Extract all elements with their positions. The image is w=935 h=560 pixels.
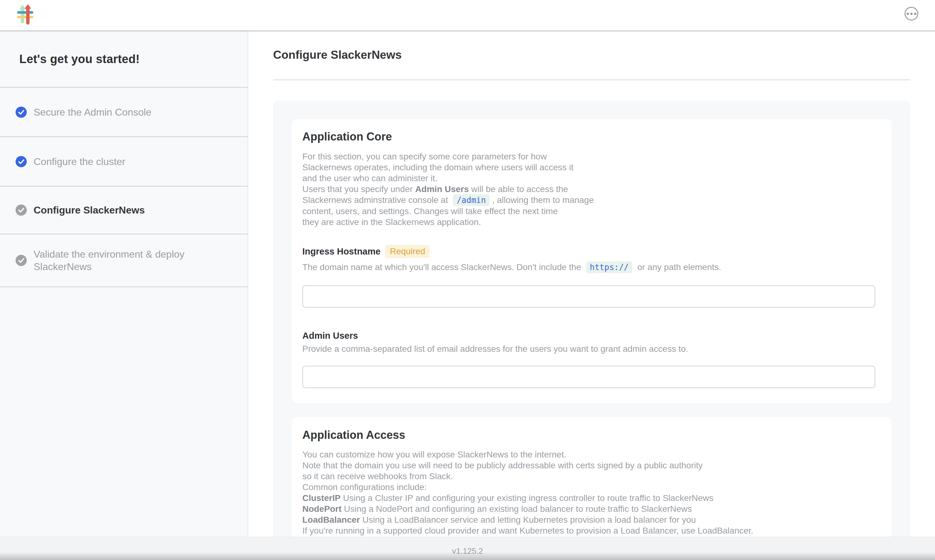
page-title: Configure SlackerNews	[273, 48, 401, 62]
sidebar-step-configure-slackernews[interactable]: Configure SlackerNews	[0, 186, 248, 234]
check-complete-icon	[15, 156, 27, 167]
sidebar-step-configure-cluster[interactable]: Configure the cluster	[0, 137, 248, 186]
ingress-hostname-field: Ingress Hostname Required The domain nam…	[302, 245, 881, 308]
top-bar	[0, 0, 935, 31]
overflow-menu-button[interactable]	[904, 7, 918, 20]
ingress-hostname-input[interactable]	[302, 285, 875, 308]
field-help: The domain name at which you'll access S…	[302, 261, 881, 274]
ellipsis-dot	[910, 13, 913, 15]
application-access-card: Application Access You can customize how…	[292, 417, 892, 537]
card-description: You can customize how you will expose Sl…	[302, 449, 881, 536]
config-panel: Application Core For this section, you c…	[273, 100, 910, 537]
title-divider	[273, 80, 910, 80]
app-window: Let's get you started! Secure the Admin …	[0, 0, 935, 560]
ellipsis-dot	[907, 13, 909, 15]
step-label: Secure the Admin Console	[34, 106, 151, 118]
admin-users-input[interactable]	[302, 366, 875, 388]
admin-users-field: Admin Users Provide a comma-separated li…	[302, 331, 881, 388]
check-complete-icon	[15, 106, 27, 118]
field-label: Admin Users	[302, 331, 358, 341]
card-title: Application Core	[302, 130, 881, 143]
step-label: Configure SlackerNews	[34, 204, 145, 216]
field-label: Ingress Hostname	[302, 246, 380, 257]
sidebar-step-validate-deploy[interactable]: Validate the environment & deploy Slacke…	[0, 234, 248, 287]
version-label: v1.125.2	[452, 546, 483, 555]
sidebar-step-secure-admin-console[interactable]: Secure the Admin Console	[0, 88, 248, 137]
step-label: Configure the cluster	[34, 155, 125, 168]
slackernews-logo-icon	[17, 5, 33, 25]
field-help: Provide a comma-separated list of email …	[302, 344, 881, 354]
card-title: Application Access	[302, 428, 881, 442]
card-description: For this section, you can specify some c…	[302, 151, 881, 228]
required-badge: Required	[386, 245, 430, 258]
check-pending-icon	[15, 205, 27, 216]
footer: v1.125.2	[0, 537, 935, 560]
check-pending-icon	[15, 255, 27, 266]
application-core-card: Application Core For this section, you c…	[292, 119, 892, 403]
sidebar-heading: Let's get you started!	[0, 31, 248, 88]
ellipsis-dot	[914, 13, 916, 15]
setup-steps-sidebar: Let's get you started! Secure the Admin …	[0, 31, 248, 537]
step-label: Validate the environment & deploy Slacke…	[34, 248, 229, 273]
